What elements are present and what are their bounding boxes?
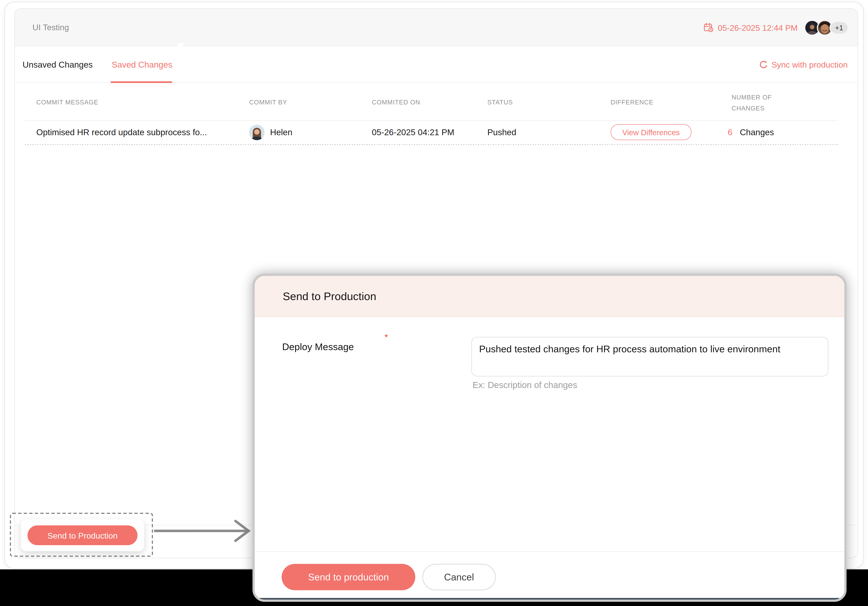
header-datetime: 05-26-2025 12:44 PM	[718, 23, 798, 32]
col-header-number-of-changes: NUMBER OF CHANGES	[732, 92, 784, 114]
modal-bottom-edge	[259, 598, 840, 600]
deploy-message-helper: Ex: Description of changes	[473, 380, 577, 390]
card-header: UI Testing 05-26-2025 12:44 PM	[15, 9, 857, 46]
modal-cancel-button[interactable]: Cancel	[422, 564, 496, 590]
send-to-production-button[interactable]: Send to Production	[28, 526, 138, 545]
col-header-commit-message: COMMIT MESSAGE	[36, 99, 98, 105]
cell-changes-count: 6	[728, 121, 733, 144]
member-avatar[interactable]	[818, 21, 832, 34]
cell-commit-by: Helen	[270, 121, 293, 144]
col-header-difference: DIFFERENCE	[611, 99, 654, 105]
modal-header: Send to Production	[255, 276, 844, 317]
cell-status: Pushed	[487, 121, 516, 144]
modal-footer-divider	[255, 551, 844, 552]
member-avatar[interactable]	[805, 21, 819, 34]
active-tab-underline	[110, 81, 172, 83]
refresh-icon	[759, 60, 768, 69]
flow-arrow	[154, 519, 254, 545]
cell-difference: View Differences	[611, 121, 691, 144]
page-title: UI Testing	[33, 23, 69, 32]
committer-avatar	[249, 121, 265, 144]
tab-unsaved-changes[interactable]: Unsaved Changes	[23, 46, 93, 83]
col-header-status: STATUS	[487, 99, 513, 105]
calendar-clock-icon	[704, 23, 713, 32]
modal-title: Send to Production	[283, 290, 376, 303]
header-right-group: 05-26-2025 12:44 PM	[704, 9, 848, 46]
sync-label: Sync with production	[772, 60, 848, 69]
row-dotted-divider	[25, 144, 838, 145]
tab-bar: Unsaved Changes Saved Changes Sync with …	[15, 46, 857, 83]
helen-avatar	[249, 125, 265, 140]
screenshot-stage: UI Testing 05-26-2025 12:44 PM	[0, 0, 868, 606]
cell-changes-unit: Changes	[740, 121, 774, 144]
col-header-commit-by: COMMIT BY	[249, 99, 287, 105]
cell-committed-on: 05-26-2025 04:21 PM	[372, 121, 454, 144]
cell-commit-message: Optimised HR record update subprocess fo…	[36, 121, 207, 144]
tab-saved-changes[interactable]: Saved Changes	[112, 46, 172, 83]
required-asterisk: *	[384, 332, 388, 342]
view-differences-button[interactable]: View Differences	[611, 124, 691, 140]
member-avatar-stack[interactable]: +1	[805, 21, 848, 34]
deploy-message-input[interactable]: Pushed tested changes for HR process aut…	[471, 337, 828, 376]
table-row: Optimised HR record update subprocess fo…	[15, 121, 857, 144]
more-members-badge[interactable]: +1	[831, 22, 848, 33]
deploy-message-label: Deploy Message	[282, 341, 354, 353]
send-to-production-modal: Send to Production Deploy Message * Push…	[253, 274, 846, 602]
col-header-committed-on: COMMITED ON	[372, 99, 420, 105]
modal-send-to-production-button[interactable]: Send to production	[282, 564, 415, 590]
send-to-production-card: Send to Production	[21, 519, 144, 551]
sync-with-production-link[interactable]: Sync with production	[759, 46, 848, 83]
